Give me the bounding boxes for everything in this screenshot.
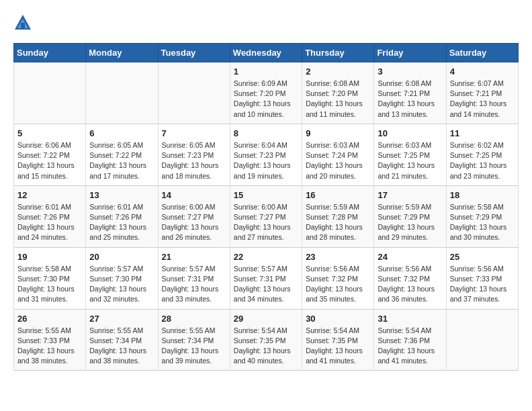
day-info: Sunrise: 5:57 AM Sunset: 7:30 PM Dayligh… bbox=[89, 264, 154, 305]
calendar-cell: 25Sunrise: 5:56 AM Sunset: 7:33 PM Dayli… bbox=[446, 247, 518, 309]
calendar-cell: 10Sunrise: 6:03 AM Sunset: 7:25 PM Dayli… bbox=[374, 124, 446, 185]
day-info: Sunrise: 5:59 AM Sunset: 7:29 PM Dayligh… bbox=[378, 202, 442, 243]
day-info: Sunrise: 5:57 AM Sunset: 7:31 PM Dayligh… bbox=[162, 264, 226, 305]
day-number: 30 bbox=[306, 314, 370, 324]
calendar-cell: 2Sunrise: 6:08 AM Sunset: 7:20 PM Daylig… bbox=[302, 62, 374, 124]
day-number: 27 bbox=[89, 314, 154, 324]
calendar-cell: 18Sunrise: 5:58 AM Sunset: 7:29 PM Dayli… bbox=[446, 185, 518, 247]
day-number: 31 bbox=[378, 314, 442, 324]
weekday-header-thursday: Thursday bbox=[302, 44, 374, 62]
day-info: Sunrise: 5:55 AM Sunset: 7:33 PM Dayligh… bbox=[17, 326, 82, 367]
day-info: Sunrise: 5:54 AM Sunset: 7:36 PM Dayligh… bbox=[378, 326, 442, 367]
day-info: Sunrise: 5:54 AM Sunset: 7:35 PM Dayligh… bbox=[306, 326, 370, 367]
day-info: Sunrise: 6:01 AM Sunset: 7:26 PM Dayligh… bbox=[89, 202, 154, 243]
calendar-cell bbox=[158, 62, 230, 124]
day-info: Sunrise: 6:00 AM Sunset: 7:27 PM Dayligh… bbox=[162, 202, 226, 243]
day-number: 22 bbox=[234, 252, 298, 262]
calendar-cell: 8Sunrise: 6:04 AM Sunset: 7:23 PM Daylig… bbox=[230, 124, 302, 185]
day-info: Sunrise: 6:05 AM Sunset: 7:23 PM Dayligh… bbox=[162, 140, 226, 181]
day-info: Sunrise: 6:00 AM Sunset: 7:27 PM Dayligh… bbox=[234, 202, 298, 243]
day-info: Sunrise: 5:57 AM Sunset: 7:31 PM Dayligh… bbox=[234, 264, 298, 305]
weekday-header-tuesday: Tuesday bbox=[158, 44, 230, 62]
calendar-week-3: 12Sunrise: 6:01 AM Sunset: 7:26 PM Dayli… bbox=[14, 185, 519, 247]
calendar-cell: 11Sunrise: 6:02 AM Sunset: 7:25 PM Dayli… bbox=[446, 124, 518, 185]
day-info: Sunrise: 6:08 AM Sunset: 7:20 PM Dayligh… bbox=[306, 79, 370, 120]
calendar-cell: 9Sunrise: 6:03 AM Sunset: 7:24 PM Daylig… bbox=[302, 124, 374, 185]
weekday-header-friday: Friday bbox=[374, 44, 446, 62]
day-info: Sunrise: 5:56 AM Sunset: 7:33 PM Dayligh… bbox=[450, 264, 515, 305]
day-info: Sunrise: 5:58 AM Sunset: 7:29 PM Dayligh… bbox=[450, 202, 515, 243]
calendar-header: SundayMondayTuesdayWednesdayThursdayFrid… bbox=[14, 44, 519, 62]
calendar-cell bbox=[14, 62, 86, 124]
weekday-header-wednesday: Wednesday bbox=[230, 44, 302, 62]
day-info: Sunrise: 5:55 AM Sunset: 7:34 PM Dayligh… bbox=[162, 326, 226, 367]
calendar-cell: 12Sunrise: 6:01 AM Sunset: 7:26 PM Dayli… bbox=[14, 185, 86, 247]
calendar-cell: 23Sunrise: 5:56 AM Sunset: 7:32 PM Dayli… bbox=[302, 247, 374, 309]
calendar-cell: 29Sunrise: 5:54 AM Sunset: 7:35 PM Dayli… bbox=[230, 309, 302, 371]
calendar-cell: 14Sunrise: 6:00 AM Sunset: 7:27 PM Dayli… bbox=[158, 185, 230, 247]
day-info: Sunrise: 5:59 AM Sunset: 7:28 PM Dayligh… bbox=[306, 202, 370, 243]
calendar-cell: 4Sunrise: 6:07 AM Sunset: 7:21 PM Daylig… bbox=[446, 62, 518, 124]
day-number: 15 bbox=[234, 190, 298, 200]
calendar-cell: 22Sunrise: 5:57 AM Sunset: 7:31 PM Dayli… bbox=[230, 247, 302, 309]
day-number: 18 bbox=[450, 190, 515, 200]
calendar-cell: 17Sunrise: 5:59 AM Sunset: 7:29 PM Dayli… bbox=[374, 185, 446, 247]
day-info: Sunrise: 6:08 AM Sunset: 7:21 PM Dayligh… bbox=[378, 79, 442, 120]
day-number: 2 bbox=[306, 66, 370, 77]
calendar-cell: 7Sunrise: 6:05 AM Sunset: 7:23 PM Daylig… bbox=[158, 124, 230, 185]
day-number: 13 bbox=[89, 190, 154, 200]
weekday-header-sunday: Sunday bbox=[14, 44, 86, 62]
day-number: 3 bbox=[378, 66, 442, 77]
day-info: Sunrise: 6:07 AM Sunset: 7:21 PM Dayligh… bbox=[450, 79, 515, 120]
day-info: Sunrise: 6:09 AM Sunset: 7:20 PM Dayligh… bbox=[234, 79, 298, 120]
calendar-cell: 5Sunrise: 6:06 AM Sunset: 7:22 PM Daylig… bbox=[14, 124, 86, 185]
day-info: Sunrise: 6:03 AM Sunset: 7:25 PM Dayligh… bbox=[378, 140, 442, 181]
calendar-week-5: 26Sunrise: 5:55 AM Sunset: 7:33 PM Dayli… bbox=[14, 309, 519, 371]
day-number: 1 bbox=[234, 66, 298, 77]
day-number: 25 bbox=[450, 252, 515, 262]
calendar-cell: 15Sunrise: 6:00 AM Sunset: 7:27 PM Dayli… bbox=[230, 185, 302, 247]
page-header bbox=[13, 13, 519, 32]
day-number: 7 bbox=[162, 128, 226, 138]
calendar-week-4: 19Sunrise: 5:58 AM Sunset: 7:30 PM Dayli… bbox=[14, 247, 519, 309]
day-number: 6 bbox=[89, 128, 154, 138]
calendar-cell: 13Sunrise: 6:01 AM Sunset: 7:26 PM Dayli… bbox=[86, 185, 158, 247]
calendar-cell: 28Sunrise: 5:55 AM Sunset: 7:34 PM Dayli… bbox=[158, 309, 230, 371]
day-info: Sunrise: 5:55 AM Sunset: 7:34 PM Dayligh… bbox=[89, 326, 154, 367]
calendar-cell: 20Sunrise: 5:57 AM Sunset: 7:30 PM Dayli… bbox=[86, 247, 158, 309]
logo-icon bbox=[13, 13, 32, 32]
weekday-header-saturday: Saturday bbox=[446, 44, 518, 62]
day-number: 21 bbox=[162, 252, 226, 262]
day-number: 28 bbox=[162, 314, 226, 324]
day-info: Sunrise: 6:02 AM Sunset: 7:25 PM Dayligh… bbox=[450, 140, 515, 181]
calendar-cell: 16Sunrise: 5:59 AM Sunset: 7:28 PM Dayli… bbox=[302, 185, 374, 247]
calendar-table: SundayMondayTuesdayWednesdayThursdayFrid… bbox=[13, 43, 519, 371]
calendar-cell bbox=[446, 309, 518, 371]
calendar-cell: 27Sunrise: 5:55 AM Sunset: 7:34 PM Dayli… bbox=[86, 309, 158, 371]
day-info: Sunrise: 5:54 AM Sunset: 7:35 PM Dayligh… bbox=[234, 326, 298, 367]
day-number: 12 bbox=[17, 190, 82, 200]
calendar-week-2: 5Sunrise: 6:06 AM Sunset: 7:22 PM Daylig… bbox=[14, 124, 519, 185]
calendar-cell bbox=[86, 62, 158, 124]
calendar-cell: 19Sunrise: 5:58 AM Sunset: 7:30 PM Dayli… bbox=[14, 247, 86, 309]
day-info: Sunrise: 6:06 AM Sunset: 7:22 PM Dayligh… bbox=[17, 140, 82, 181]
day-number: 4 bbox=[450, 66, 515, 77]
calendar-week-1: 1Sunrise: 6:09 AM Sunset: 7:20 PM Daylig… bbox=[14, 62, 519, 124]
day-number: 26 bbox=[17, 314, 82, 324]
day-info: Sunrise: 5:56 AM Sunset: 7:32 PM Dayligh… bbox=[306, 264, 370, 305]
day-number: 16 bbox=[306, 190, 370, 200]
calendar-cell: 21Sunrise: 5:57 AM Sunset: 7:31 PM Dayli… bbox=[158, 247, 230, 309]
day-number: 9 bbox=[306, 128, 370, 138]
calendar-cell: 1Sunrise: 6:09 AM Sunset: 7:20 PM Daylig… bbox=[230, 62, 302, 124]
day-number: 5 bbox=[17, 128, 82, 138]
day-number: 24 bbox=[378, 252, 442, 262]
calendar-cell: 30Sunrise: 5:54 AM Sunset: 7:35 PM Dayli… bbox=[302, 309, 374, 371]
day-number: 10 bbox=[378, 128, 442, 138]
day-info: Sunrise: 6:01 AM Sunset: 7:26 PM Dayligh… bbox=[17, 202, 82, 243]
day-number: 14 bbox=[162, 190, 226, 200]
day-info: Sunrise: 5:56 AM Sunset: 7:32 PM Dayligh… bbox=[378, 264, 442, 305]
day-number: 29 bbox=[234, 314, 298, 324]
day-info: Sunrise: 6:04 AM Sunset: 7:23 PM Dayligh… bbox=[234, 140, 298, 181]
calendar-cell: 3Sunrise: 6:08 AM Sunset: 7:21 PM Daylig… bbox=[374, 62, 446, 124]
day-number: 19 bbox=[17, 252, 82, 262]
